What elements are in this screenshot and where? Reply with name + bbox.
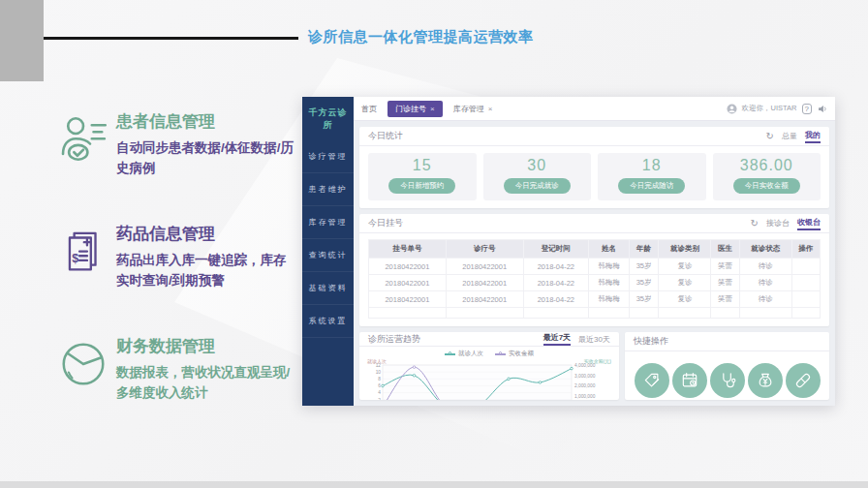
- stat-card: 18今日完成随访: [598, 153, 706, 200]
- stethoscope-icon: [710, 363, 745, 398]
- close-icon[interactable]: ×: [488, 105, 493, 113]
- tab[interactable]: 门诊挂号×: [388, 101, 443, 117]
- table-header-row: 挂号单号诊疗号登记时间姓名年龄就诊类别医生就诊状态操作: [369, 240, 821, 259]
- table-cell: 待诊: [739, 291, 791, 308]
- svg-text:2: 2: [378, 398, 381, 400]
- table-row[interactable]: 20180422001201804220012018-04-22韩梅梅35岁复诊…: [369, 291, 821, 308]
- svg-text:8: 8: [378, 377, 381, 381]
- tab-label: 库存管理: [453, 104, 484, 114]
- table-cell: 2018-04-22: [523, 275, 589, 291]
- table-cell: 复诊: [659, 275, 711, 291]
- filter-link[interactable]: 接诊台: [766, 218, 790, 229]
- quick-action-预约[interactable]: 预约: [672, 363, 707, 400]
- medicine-invoice-icon: $: [50, 223, 116, 291]
- sidebar-item[interactable]: 基础资料: [302, 272, 354, 305]
- stat-value: 30: [483, 157, 592, 174]
- registrations-title: 今日挂号: [368, 217, 403, 229]
- help-icon[interactable]: ?: [802, 104, 812, 114]
- announcement-icon[interactable]: [817, 104, 827, 114]
- slide: 诊所信息一体化管理提高运营效率 患者信息管理自动同步患者数据/体征数据/历史病例…: [0, 0, 868, 488]
- column-header: 登记时间: [523, 240, 589, 259]
- sidebar-item[interactable]: 查询统计: [302, 239, 354, 272]
- stats-header: 今日统计 ↻总量我的: [359, 127, 829, 146]
- legend-item: 就诊人次: [445, 350, 483, 358]
- stats-section: 今日统计 ↻总量我的 15今日新增预约30今日完成就诊18今日完成随访386.0…: [359, 127, 829, 208]
- tab[interactable]: 库存管理×: [453, 104, 493, 114]
- range-tab[interactable]: 最近30天: [578, 334, 610, 345]
- sidebar-item[interactable]: 库存管理: [302, 206, 354, 239]
- tab[interactable]: 首页: [361, 104, 377, 114]
- filter-link[interactable]: 我的: [805, 130, 821, 143]
- stat-value: 18: [598, 157, 706, 174]
- quick-ops-section: 快捷操作 挂号预约接诊收费发药: [625, 332, 829, 400]
- sidebar-item[interactable]: 系统设置: [302, 305, 354, 338]
- stat-card-grid: 15今日新增预约30今日完成就诊18今日完成随访386.00今日实收金额: [359, 146, 829, 208]
- svg-text:3,000,000: 3,000,000: [574, 374, 596, 379]
- close-icon[interactable]: ×: [430, 105, 435, 113]
- sidebar-item[interactable]: 患者维护: [302, 173, 354, 206]
- quick-action-挂号[interactable]: 挂号: [635, 363, 669, 400]
- table-cell: 20180422001: [446, 291, 523, 308]
- table-cell: [791, 308, 820, 319]
- refresh-icon[interactable]: ↻: [751, 220, 759, 228]
- capsule-icon: [786, 363, 821, 398]
- table-cell: 20180422001: [446, 259, 523, 275]
- feature-body: 自动同步患者数据/体征数据/历史病例: [116, 138, 298, 179]
- table-cell: [523, 308, 589, 319]
- stat-label-pill[interactable]: 今日完成随访: [618, 178, 685, 194]
- table-cell: 待诊: [739, 259, 791, 275]
- stat-card: 15今日新增预约: [368, 153, 477, 200]
- filter-link[interactable]: 收银台: [797, 217, 821, 230]
- svg-text:1,000,000: 1,000,000: [574, 394, 596, 399]
- stat-label-pill[interactable]: 今日完成就诊: [504, 178, 571, 194]
- svg-text:就诊人次: 就诊人次: [367, 358, 387, 364]
- trend-section: 诊所运营趋势 最近7天最近30天 就诊人次实收金额 02468101201,00…: [359, 332, 619, 400]
- chart-legend: 就诊人次实收金额: [359, 347, 619, 358]
- filter-link[interactable]: 总量: [782, 131, 797, 141]
- quick-action-收费[interactable]: 收费: [748, 363, 783, 400]
- topbar: 首页门诊挂号×库存管理× 欢迎你，UISTAR ?: [354, 97, 835, 121]
- table-row[interactable]: 20180422001201804220012018-04-22韩梅梅35岁复诊…: [369, 275, 821, 291]
- quick-action-接诊[interactable]: 接诊: [710, 363, 745, 400]
- quick-ops-grid: 挂号预约接诊收费发药: [625, 351, 829, 400]
- stat-label-pill[interactable]: 今日新增预约: [388, 178, 455, 194]
- dashboard-screenshot: 千方云诊所 诊疗管理患者维护库存管理查询统计基础资料系统设置 首页门诊挂号×库存…: [302, 97, 835, 406]
- feature-text: 药品信息管理药品出库入库一键追踪，库存实时查询/到期预警: [116, 223, 298, 291]
- footer-strip: [0, 481, 868, 488]
- registrations-header: 今日挂号 ↻接诊台收银台: [359, 214, 829, 233]
- table-cell: [659, 308, 711, 319]
- table-cell: 20180422001: [369, 259, 447, 275]
- stats-filters: ↻总量我的: [766, 130, 821, 143]
- trend-range-tabs: 最近7天最近30天: [543, 332, 610, 346]
- legend-item: 实收金额: [495, 350, 534, 358]
- table-cell: [739, 308, 791, 319]
- quick-action-发药[interactable]: 发药: [786, 363, 821, 400]
- content-area: 今日统计 ↻总量我的 15今日新增预约30今日完成就诊18今日完成随访386.0…: [354, 121, 835, 406]
- legend-label: 实收金额: [509, 350, 534, 358]
- stat-label-pill[interactable]: 今日实收金额: [733, 178, 800, 194]
- patient-checklist-icon: [50, 110, 116, 179]
- user-greeting: 欢迎你，UISTAR: [742, 104, 797, 113]
- refresh-icon[interactable]: ↻: [766, 133, 774, 140]
- calendar-icon: [672, 363, 707, 398]
- table-cell: [791, 259, 820, 275]
- table-cell: 笑蕾: [711, 291, 739, 308]
- stat-value: 15: [368, 157, 477, 174]
- trend-header: 诊所运营趋势 最近7天最近30天: [359, 332, 619, 347]
- bottom-row: 诊所运营趋势 最近7天最近30天 就诊人次实收金额 02468101201,00…: [359, 332, 829, 400]
- table-row[interactable]: 20180422001201804220012018-04-22韩梅梅35岁复诊…: [369, 259, 821, 275]
- table-cell: 笑蕾: [711, 259, 739, 275]
- table-cell: [629, 308, 659, 319]
- table-cell: 韩梅梅: [589, 291, 630, 308]
- table-cell: [369, 308, 447, 319]
- avatar: [727, 104, 737, 114]
- range-tab[interactable]: 最近7天: [543, 332, 571, 346]
- registrations-table: 挂号单号诊疗号登记时间姓名年龄就诊类别医生就诊状态操作2018042200120…: [368, 239, 821, 319]
- legend-swatch: [445, 353, 455, 355]
- sidebar-item[interactable]: 诊疗管理: [302, 140, 354, 173]
- svg-text:$: $: [72, 252, 78, 265]
- stats-title: 今日统计: [368, 130, 403, 142]
- legend-swatch: [495, 353, 506, 355]
- stat-card: 386.00今日实收金额: [713, 153, 822, 200]
- table-row[interactable]: [369, 308, 821, 319]
